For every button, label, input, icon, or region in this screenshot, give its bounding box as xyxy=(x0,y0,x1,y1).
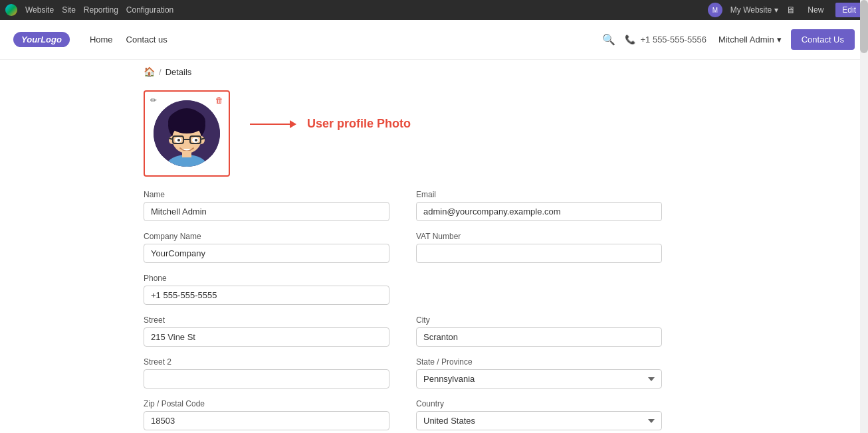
city-label: City xyxy=(416,315,662,325)
profile-photo-box: ✏ 🗑 xyxy=(144,90,230,177)
phone-icon: 📞 xyxy=(625,35,635,44)
country-field-group: Country United States Canada United King… xyxy=(416,399,662,430)
breadcrumb: 🏠 / Details xyxy=(0,60,868,84)
nav-right: 🔍 📞 +1 555-555-5556 Mitchell Admin ▾ Con… xyxy=(602,29,855,50)
street-field-group: Street xyxy=(144,315,389,347)
state-label: State / Province xyxy=(416,357,662,367)
name-input[interactable] xyxy=(144,202,389,221)
profile-form: Name Email Company Name VAT Number Phone… xyxy=(144,190,662,430)
user-menu-button[interactable]: Mitchell Admin ▾ xyxy=(718,35,782,44)
contact-us-button[interactable]: Contact Us xyxy=(791,29,855,50)
profile-label-area: User profile Photo xyxy=(250,117,411,131)
svg-rect-16 xyxy=(182,151,191,157)
street2-field-group: Street 2 xyxy=(144,357,389,389)
email-field-group: Email xyxy=(416,190,662,221)
admin-bar-right: M My Website ▾ 🖥 New Edit xyxy=(708,3,863,17)
svg-point-3 xyxy=(168,110,205,133)
nav-home[interactable]: Home xyxy=(90,35,113,44)
my-website-dropdown[interactable]: My Website ▾ xyxy=(730,5,778,15)
state-field-group: State / Province Pennsylvania New York C… xyxy=(416,357,662,389)
main-content: ✏ 🗑 xyxy=(0,84,868,433)
company-field-group: Company Name xyxy=(144,232,389,263)
phone-field-group: Phone xyxy=(144,274,389,305)
company-input[interactable] xyxy=(144,244,389,263)
breadcrumb-home-icon[interactable]: 🏠 xyxy=(144,66,155,77)
photo-delete-icon[interactable]: 🗑 xyxy=(215,96,223,105)
scrollbar-thumb[interactable] xyxy=(860,0,868,53)
phone-input[interactable] xyxy=(144,286,389,305)
svg-point-14 xyxy=(195,139,197,141)
nav-links: Home Contact us xyxy=(90,35,167,44)
street-label: Street xyxy=(144,315,389,325)
zip-field-group: Zip / Postal Code xyxy=(144,399,389,430)
admin-menu-site[interactable]: Site xyxy=(62,5,76,15)
monitor-icon[interactable]: 🖥 xyxy=(786,5,796,15)
breadcrumb-current: Details xyxy=(165,67,192,77)
city-input[interactable] xyxy=(416,327,662,347)
street2-input[interactable] xyxy=(144,369,389,389)
breadcrumb-separator: / xyxy=(159,67,162,77)
street2-label: Street 2 xyxy=(144,357,389,367)
street-input[interactable] xyxy=(144,327,389,347)
admin-avatar: M xyxy=(708,3,722,17)
admin-menu-configuration[interactable]: Configuration xyxy=(126,5,173,15)
name-field-group: Name xyxy=(144,190,389,221)
zip-label: Zip / Postal Code xyxy=(144,399,389,408)
scrollbar-track[interactable] xyxy=(860,0,868,433)
site-logo: YourLogo xyxy=(13,32,70,47)
svg-point-12 xyxy=(177,139,180,141)
photo-edit-icon[interactable]: ✏ xyxy=(150,96,157,105)
profile-photo-section: ✏ 🗑 xyxy=(144,90,724,177)
admin-menu-reporting[interactable]: Reporting xyxy=(84,5,118,15)
profile-avatar xyxy=(154,100,220,167)
odoo-logo xyxy=(5,4,17,16)
new-button[interactable]: New xyxy=(804,4,827,16)
company-label: Company Name xyxy=(144,232,389,241)
vat-input[interactable] xyxy=(416,244,662,263)
email-label: Email xyxy=(416,190,662,199)
nav-contact[interactable]: Contact us xyxy=(126,35,167,44)
name-label: Name xyxy=(144,190,389,199)
website-navbar: YourLogo Home Contact us 🔍 📞 +1 555-555-… xyxy=(0,20,868,60)
phone-label: Phone xyxy=(144,274,389,283)
phone-display: 📞 +1 555-555-5556 xyxy=(625,35,709,44)
vat-field-group: VAT Number xyxy=(416,232,662,263)
zip-input[interactable] xyxy=(144,411,389,430)
state-select[interactable]: Pennsylvania New York California Texas xyxy=(416,369,662,389)
admin-menu-website[interactable]: Website xyxy=(25,5,54,15)
profile-photo-arrow xyxy=(250,120,296,128)
vat-label: VAT Number xyxy=(416,232,662,241)
country-label: Country xyxy=(416,399,662,408)
chevron-down-icon: ▾ xyxy=(777,35,782,44)
search-icon[interactable]: 🔍 xyxy=(602,33,615,46)
country-select[interactable]: United States Canada United Kingdom Aust… xyxy=(416,411,662,430)
logo-area: YourLogo xyxy=(13,32,70,47)
admin-bar: Website Site Reporting Configuration M M… xyxy=(0,0,868,20)
profile-photo-label: User profile Photo xyxy=(307,117,411,131)
city-field-group: City xyxy=(416,315,662,347)
edit-button[interactable]: Edit xyxy=(835,3,863,17)
email-input[interactable] xyxy=(416,202,662,221)
